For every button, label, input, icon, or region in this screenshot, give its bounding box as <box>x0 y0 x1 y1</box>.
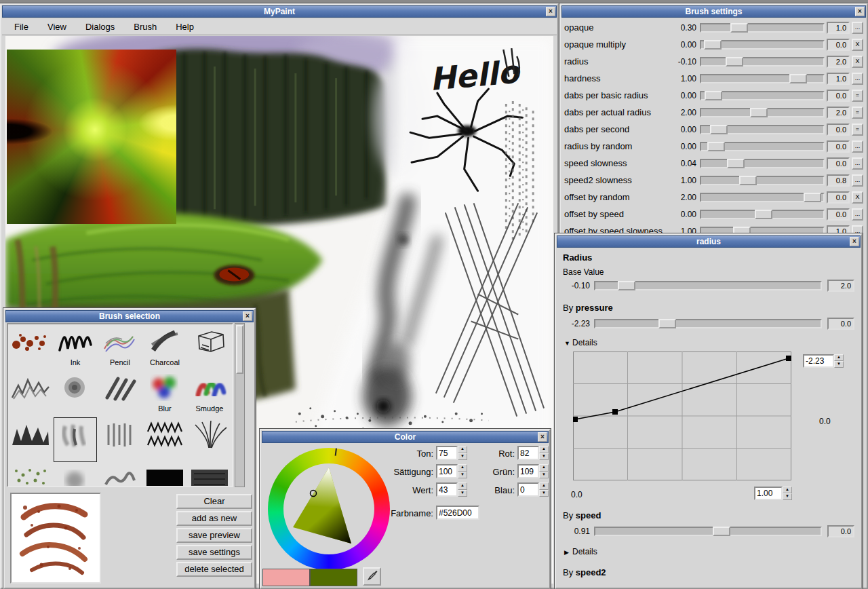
setting-detail-button[interactable]: ... <box>852 22 863 34</box>
close-button[interactable]: × <box>243 311 252 321</box>
base-max-entry[interactable]: 2.0 <box>827 280 854 292</box>
brush-item-solid-black[interactable] <box>142 463 187 487</box>
curve-xmax-spinbox[interactable]: ▲▼ <box>754 487 792 500</box>
setting-detail-button[interactable]: ... <box>852 73 863 85</box>
value-input[interactable] <box>436 482 458 497</box>
value-spinbox[interactable]: ▲▼ <box>436 482 467 497</box>
spin-up-icon[interactable]: ▲ <box>458 464 467 472</box>
brush-grid-scrollbar[interactable] <box>235 323 245 487</box>
spin-up-icon[interactable]: ▲ <box>834 354 844 361</box>
color-titlebar[interactable]: Color × <box>262 431 549 443</box>
green-input[interactable] <box>517 464 539 478</box>
hue-input[interactable] <box>436 446 458 460</box>
setting-max-entry[interactable]: 0.0 <box>827 191 850 204</box>
setting-max-entry[interactable]: 2.0 <box>827 56 850 68</box>
setting-slider[interactable] <box>700 74 825 83</box>
setting-slider[interactable] <box>700 193 825 202</box>
saturation-value-triangle[interactable] <box>283 463 374 554</box>
brush-item-jagged-gray[interactable] <box>8 370 53 417</box>
setting-max-entry[interactable]: 0.8 <box>827 174 850 187</box>
brush-item-soft-gray[interactable] <box>53 463 98 487</box>
brush-item-grass[interactable] <box>187 417 232 463</box>
spin-up-icon[interactable]: ▲ <box>539 482 549 490</box>
brush-item-splatter[interactable] <box>8 324 53 370</box>
close-button[interactable]: × <box>855 7 865 16</box>
setting-slider[interactable] <box>700 142 825 151</box>
setting-slider[interactable] <box>700 159 825 168</box>
saturation-input[interactable] <box>436 464 458 478</box>
curve-xmax-input[interactable] <box>754 487 783 500</box>
brush-item-speckles[interactable] <box>8 463 53 487</box>
setting-detail-button[interactable]: ... <box>852 208 863 221</box>
close-button[interactable]: × <box>850 237 859 246</box>
setting-slider[interactable] <box>700 57 825 66</box>
brush-item-selected[interactable] <box>53 417 98 463</box>
previous-color-swatch[interactable] <box>262 569 310 586</box>
color-name-input[interactable] <box>436 506 479 520</box>
blue-input[interactable] <box>517 482 539 497</box>
setting-max-entry[interactable]: 0.0 <box>827 39 850 51</box>
brush-item-scribble[interactable] <box>98 463 142 487</box>
brush-item-zigzag[interactable] <box>142 417 187 463</box>
curve-point-input[interactable] <box>803 354 834 368</box>
setting-slider[interactable] <box>700 40 825 50</box>
setting-max-entry[interactable]: 0.0 <box>827 157 850 170</box>
setting-slider[interactable] <box>700 108 825 117</box>
spin-up-icon[interactable]: ▲ <box>539 446 549 453</box>
save-preview-button[interactable]: save preview <box>176 528 252 543</box>
red-input[interactable] <box>517 446 539 460</box>
setting-detail-button[interactable]: ... <box>852 157 863 170</box>
add-as-new-button[interactable]: add as new <box>176 511 252 526</box>
setting-slider[interactable] <box>700 210 825 219</box>
spin-down-icon[interactable]: ▼ <box>783 493 792 500</box>
menu-view[interactable]: View <box>47 22 66 32</box>
speed-slider[interactable] <box>594 527 822 536</box>
setting-detail-button[interactable]: X <box>852 191 863 204</box>
spin-down-icon[interactable]: ▼ <box>539 453 549 461</box>
color-picker-button[interactable] <box>363 567 381 586</box>
curve-point-spinbox[interactable]: ▲▼ <box>803 354 844 368</box>
scrollbar-thumb[interactable] <box>236 325 243 374</box>
green-spinbox[interactable]: ▲▼ <box>517 464 549 478</box>
setting-max-entry[interactable]: 1.0 <box>827 73 850 85</box>
setting-detail-button[interactable]: = <box>852 107 863 119</box>
pressure-slider[interactable] <box>594 319 822 328</box>
blue-spinbox[interactable]: ▲▼ <box>517 482 549 497</box>
response-curve-editor[interactable] <box>573 352 791 480</box>
setting-slider[interactable] <box>700 125 825 134</box>
spin-up-icon[interactable]: ▲ <box>458 446 467 453</box>
setting-max-entry[interactable]: 0.0 <box>827 90 850 102</box>
saturation-spinbox[interactable]: ▲▼ <box>436 464 467 478</box>
brush-item-sketch-cube[interactable] <box>187 324 232 370</box>
menu-help[interactable]: Help <box>176 22 194 32</box>
setting-slider[interactable] <box>700 91 825 100</box>
setting-detail-button[interactable]: X <box>852 56 863 68</box>
spin-down-icon[interactable]: ▼ <box>458 490 467 497</box>
brush-item-dark-texture[interactable] <box>187 463 232 487</box>
setting-detail-button[interactable]: = <box>852 124 863 136</box>
setting-detail-button[interactable]: ... <box>852 174 863 187</box>
brush-settings-titlebar[interactable]: Brush settings × <box>561 5 866 18</box>
setting-slider[interactable] <box>700 23 825 33</box>
spin-down-icon[interactable]: ▼ <box>539 490 549 497</box>
setting-max-entry[interactable]: 2.0 <box>827 107 850 119</box>
brush-item-smudge[interactable]: Smudge <box>187 370 232 417</box>
setting-max-entry[interactable]: 1.0 <box>827 22 850 34</box>
mypaint-titlebar[interactable]: MyPaint × <box>2 5 557 18</box>
red-spinbox[interactable]: ▲▼ <box>517 446 549 460</box>
brush-item-charcoal[interactable]: Charcoal <box>142 324 187 370</box>
delete-selected-button[interactable]: delete selected <box>176 562 252 577</box>
brush-item-jagged-dark[interactable] <box>8 417 53 463</box>
close-button[interactable]: × <box>538 432 547 442</box>
setting-max-entry[interactable]: 0.0 <box>827 140 850 153</box>
current-color-swatch[interactable] <box>310 569 357 586</box>
brush-item-vertical-strokes[interactable] <box>98 417 142 463</box>
pressure-max-entry[interactable]: 0.0 <box>827 318 854 330</box>
brush-selection-titlebar[interactable]: Brush selection × <box>5 310 254 322</box>
spin-up-icon[interactable]: ▲ <box>458 482 467 490</box>
setting-max-entry[interactable]: 0.0 <box>827 124 850 136</box>
close-button[interactable]: × <box>546 7 555 16</box>
setting-detail-button[interactable]: X <box>852 39 863 51</box>
setting-detail-button[interactable]: ... <box>852 140 863 153</box>
details-expander-2[interactable]: ▶Details <box>564 547 597 556</box>
